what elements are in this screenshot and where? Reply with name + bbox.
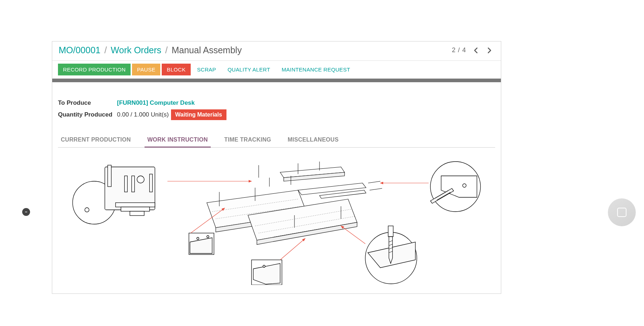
quantity-value: 0.00 / 1.000 Unit(s) bbox=[117, 111, 169, 118]
svg-rect-6 bbox=[132, 176, 135, 192]
header-row: MO/00001 / Work Orders / Manual Assembly… bbox=[52, 41, 501, 61]
tabs: CURRENT PRODUCTION WORK INSTRUCTION TIME… bbox=[58, 133, 495, 148]
svg-rect-9 bbox=[121, 207, 150, 211]
svg-rect-7 bbox=[150, 174, 152, 192]
tab-current-production[interactable]: CURRENT PRODUCTION bbox=[58, 133, 134, 148]
breadcrumb: MO/00001 / Work Orders / Manual Assembly bbox=[59, 45, 242, 55]
status-badge: Waiting Materials bbox=[171, 109, 226, 120]
svg-point-11 bbox=[85, 208, 89, 212]
svg-rect-41 bbox=[388, 226, 393, 237]
tab-time-tracking[interactable]: TIME TRACKING bbox=[221, 133, 274, 148]
scrap-button[interactable]: SCRAP bbox=[192, 64, 221, 75]
svg-rect-10 bbox=[130, 211, 144, 216]
record-production-button[interactable]: RECORD PRODUCTION bbox=[58, 64, 131, 75]
svg-rect-8 bbox=[116, 203, 155, 207]
device-camera-icon bbox=[22, 208, 30, 216]
to-produce-label: To Produce bbox=[58, 99, 117, 107]
content-area: To Produce [FURN001] Computer Desk Quant… bbox=[52, 82, 501, 293]
svg-point-38 bbox=[263, 265, 265, 267]
svg-rect-5 bbox=[125, 176, 127, 192]
maintenance-request-button[interactable]: MAINTENANCE REQUEST bbox=[277, 64, 355, 75]
quality-alert-button[interactable]: QUALITY ALERT bbox=[223, 64, 275, 75]
tab-work-instruction[interactable]: WORK INSTRUCTION bbox=[145, 133, 211, 148]
device-home-button[interactable] bbox=[608, 198, 636, 226]
pager-next-button[interactable] bbox=[484, 45, 494, 55]
breadcrumb-order-link[interactable]: MO/00001 bbox=[59, 45, 101, 55]
product-link[interactable]: [FURN001] Computer Desk bbox=[117, 99, 195, 107]
svg-line-39 bbox=[280, 238, 305, 260]
svg-point-3 bbox=[137, 176, 144, 183]
svg-point-35 bbox=[207, 236, 209, 238]
svg-point-14 bbox=[463, 184, 466, 187]
breadcrumb-section-link[interactable]: Work Orders bbox=[111, 45, 161, 55]
pager-prev-button[interactable] bbox=[471, 45, 481, 55]
info-section: To Produce [FURN001] Computer Desk Quant… bbox=[58, 99, 495, 120]
svg-line-46 bbox=[341, 226, 365, 244]
info-row-product: To Produce [FURN001] Computer Desk bbox=[58, 99, 495, 107]
info-row-quantity: Quantity Produced 0.00 / 1.000 Unit(s) W… bbox=[58, 109, 495, 120]
chevron-left-icon bbox=[474, 47, 478, 54]
svg-point-34 bbox=[197, 237, 199, 239]
pager: 2 / 4 bbox=[452, 45, 494, 55]
svg-rect-4 bbox=[108, 165, 111, 187]
pause-button[interactable]: PAUSE bbox=[132, 64, 160, 75]
svg-line-27 bbox=[368, 181, 380, 183]
assembly-diagram-icon bbox=[69, 156, 484, 285]
breadcrumb-separator: / bbox=[165, 45, 168, 55]
tab-miscellaneous[interactable]: MISCELLANEOUS bbox=[285, 133, 342, 148]
block-button[interactable]: BLOCK bbox=[162, 64, 190, 75]
breadcrumb-current: Manual Assembly bbox=[172, 45, 242, 55]
work-order-panel: MO/00001 / Work Orders / Manual Assembly… bbox=[52, 41, 501, 294]
breadcrumb-separator: / bbox=[104, 45, 107, 55]
chevron-right-icon bbox=[487, 47, 492, 54]
toolbar: RECORD PRODUCTION PAUSE BLOCK SCRAP QUAL… bbox=[52, 61, 501, 79]
progress-divider bbox=[52, 79, 501, 82]
work-instruction-diagram bbox=[58, 156, 495, 286]
svg-line-28 bbox=[370, 188, 382, 190]
pager-count: 2 / 4 bbox=[452, 46, 466, 54]
quantity-produced-label: Quantity Produced bbox=[58, 111, 117, 118]
